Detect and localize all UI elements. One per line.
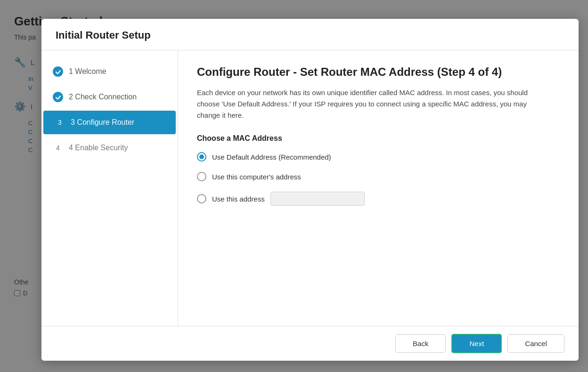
step-4-label: 4 Enable Security (69, 144, 128, 152)
step-2-label: 2 Check Connection (69, 93, 137, 101)
dialog-title: Initial Router Setup (56, 29, 564, 41)
cancel-button[interactable]: Cancel (507, 334, 564, 353)
dialog-footer: Back Next Cancel (41, 326, 579, 361)
step-3-label: 3 Configure Router (71, 118, 134, 127)
step-4-number: 4 (53, 143, 63, 153)
wizard-step-2[interactable]: 2 Check Connection (41, 85, 178, 109)
wizard-step-4[interactable]: 4 4 Enable Security (41, 136, 178, 160)
wizard-content: Configure Router - Set Router MAC Addres… (178, 50, 579, 326)
wizard-step-1[interactable]: 1 Welcome (41, 60, 178, 83)
radio-option-default[interactable]: Use Default Address (Recommended) (197, 152, 560, 162)
content-description: Each device on your network has its own … (197, 87, 536, 121)
radio-computer-label: Use this computer's address (212, 173, 301, 181)
content-title: Configure Router - Set Router MAC Addres… (197, 65, 560, 79)
wizard-step-3[interactable]: 3 3 Configure Router (43, 111, 176, 134)
next-button[interactable]: Next (451, 334, 502, 353)
back-button[interactable]: Back (395, 334, 446, 353)
dialog-header: Initial Router Setup (41, 19, 579, 50)
radio-option-custom[interactable]: Use this address (197, 192, 560, 206)
radio-custom-label: Use this address (212, 195, 265, 203)
mac-address-input[interactable] (270, 192, 365, 206)
radio-default-circle (197, 152, 206, 162)
radio-computer-circle (197, 172, 206, 181)
step-1-check-icon (53, 66, 63, 77)
radio-custom-circle (197, 194, 206, 203)
mac-address-label: Choose a MAC Address (197, 134, 560, 143)
step-1-label: 1 Welcome (69, 67, 106, 76)
step-2-check-icon (53, 92, 63, 102)
radio-option-computer[interactable]: Use this computer's address (197, 172, 560, 181)
mac-radio-group: Use Default Address (Recommended) Use th… (197, 152, 560, 206)
dialog-body: 1 Welcome 2 Check Connection 3 3 Configu… (41, 50, 579, 326)
initial-router-setup-dialog: Initial Router Setup 1 Welcome (41, 19, 579, 361)
wizard-sidebar: 1 Welcome 2 Check Connection 3 3 Configu… (41, 50, 178, 326)
step-3-number: 3 (55, 117, 65, 128)
radio-default-label: Use Default Address (Recommended) (212, 153, 331, 161)
